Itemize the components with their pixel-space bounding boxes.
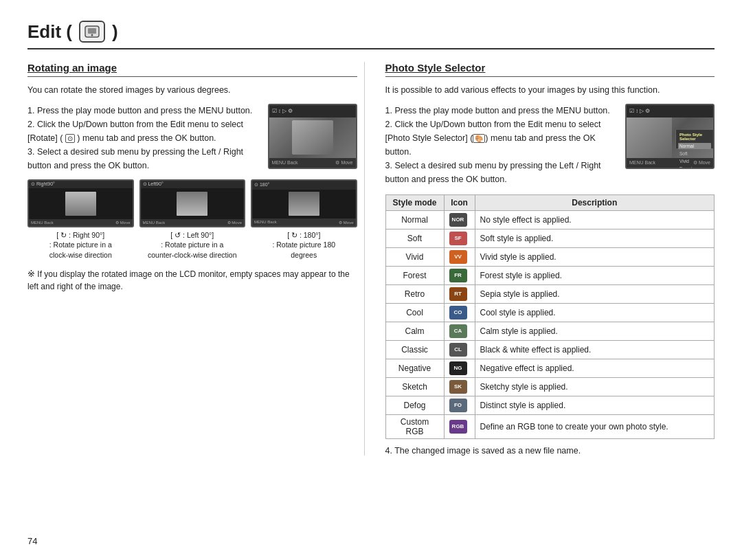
table-row: RetroRTSepia style is applied. <box>385 284 715 303</box>
style-mode-cell: Normal <box>385 210 444 229</box>
title-text: Edit ( <box>27 21 72 43</box>
style-icon-cell: SF <box>444 229 475 247</box>
style-icon-cell: CO <box>444 303 475 322</box>
style-table: Style mode Icon Description NormalNORNo … <box>385 194 715 439</box>
style-desc-cell: Negative effect is applied. <box>475 359 715 377</box>
page-title: Edit ( ) <box>27 21 715 49</box>
style-mode-cell: Custom RGB <box>385 414 444 438</box>
right-main-screenshot: ☑ ↕ ▷ ⚙ Photo Style Selector Normal Soft <box>625 104 715 186</box>
style-icon-cell: RGB <box>444 414 475 438</box>
svg-point-2 <box>91 34 93 36</box>
main-content: Rotating an image You can rotate the sto… <box>27 62 715 456</box>
style-desc-cell: Sketchy style is applied. <box>475 377 715 396</box>
style-mode-cell: Sketch <box>385 377 444 396</box>
style-desc-cell: Forest style is applied. <box>475 266 715 284</box>
style-mode-cell: Forest <box>385 266 444 284</box>
table-row: CoolCOCool style is applied. <box>385 303 715 322</box>
style-desc-cell: Calm style is applied. <box>475 322 715 340</box>
rotate-right-label: [ ↻ : Right 90°]: Rotate picture in aclo… <box>49 230 112 260</box>
style-mode-cell: Soft <box>385 229 444 247</box>
table-row: VividVVVivid style is applied. <box>385 247 715 266</box>
rotate-right-screen: ⊙ Right90° MENU Back⚙ Move <box>27 179 134 227</box>
style-mode-cell: Retro <box>385 284 444 303</box>
style-desc-cell: Black & white effect is applied. <box>475 340 715 359</box>
style-desc-cell: Sepia style is applied. <box>475 284 715 303</box>
table-row: ForestFRForest style is applied. <box>385 266 715 284</box>
style-mode-cell: Classic <box>385 340 444 359</box>
step-3: 3. Select a desired sub menu by pressing… <box>27 145 260 172</box>
table-row: ClassicCLBlack & white effect is applied… <box>385 340 715 359</box>
rotate-images-row: ⊙ Right90° MENU Back⚙ Move [ ↻ : Right 9… <box>27 179 357 260</box>
style-icon-cell: CL <box>444 340 475 359</box>
style-desc-cell: Soft style is applied. <box>475 229 715 247</box>
right-step-1: 1. Press the play mode button and press … <box>385 104 619 117</box>
right-steps-text: 1. Press the play mode button and press … <box>385 104 619 186</box>
style-icon-cell: FO <box>444 396 475 414</box>
style-icon-cell: SK <box>444 377 475 396</box>
table-row: NegativeNGNegative effect is applied. <box>385 359 715 377</box>
style-mode-cell: Defog <box>385 396 444 414</box>
left-section-title: Rotating an image <box>27 62 357 77</box>
left-steps-text: 1. Press the play mode button and press … <box>27 104 260 172</box>
camera-screen-main: ☑ ↕ ▷ ⚙ MENU Back ⚙ Move <box>268 104 357 169</box>
style-icon-cell: RT <box>444 284 475 303</box>
style-desc-cell: Cool style is applied. <box>475 303 715 322</box>
rotate-left-label: [ ↺ : Left 90°]: Rotate picture in acoun… <box>148 230 237 260</box>
style-mode-cell: Negative <box>385 359 444 377</box>
svg-rect-1 <box>88 28 96 34</box>
right-step-3: 3. Select a desired sub menu by pressing… <box>385 159 619 186</box>
left-steps-with-image: 1. Press the play mode button and press … <box>27 104 357 172</box>
table-header-mode: Style mode <box>385 194 444 210</box>
style-mode-cell: Cool <box>385 303 444 322</box>
style-icon-cell: FR <box>444 266 475 284</box>
style-desc-cell: No style effect is applied. <box>475 210 715 229</box>
style-icon-cell: VV <box>444 247 475 266</box>
rotate-180-screen: ⊙ 180° MENU Back⚙ Move <box>251 179 357 227</box>
style-icon-cell: CA <box>444 322 475 340</box>
style-desc-cell: Vivid style is applied. <box>475 247 715 266</box>
style-desc-cell: Define an RGB tone to create your own ph… <box>475 414 715 438</box>
right-intro: It is possible to add various effects to… <box>385 84 715 97</box>
left-intro: You can rotate the stored images by vari… <box>27 84 357 97</box>
rotate-right-wrap: ⊙ Right90° MENU Back⚙ Move [ ↻ : Right 9… <box>27 179 134 260</box>
table-row: DefogFODistinct style is applied. <box>385 396 715 414</box>
table-row: CalmCACalm style is applied. <box>385 322 715 340</box>
right-footer-note: 4. The changed image is saved as a new f… <box>385 446 715 456</box>
table-header-desc: Description <box>475 194 715 210</box>
rotate-left-wrap: ⊙ Left90° MENU Back⚙ Move [ ↺ : Left 90°… <box>139 179 246 260</box>
table-header-icon: Icon <box>444 194 475 210</box>
left-column: Rotating an image You can rotate the sto… <box>27 62 365 456</box>
page-number: 74 <box>27 536 37 546</box>
rotate-note: ※ If you display the rotated image on th… <box>27 267 357 293</box>
table-row: Custom RGBRGBDefine an RGB tone to creat… <box>385 414 715 438</box>
rotate-180-wrap: ⊙ 180° MENU Back⚙ Move [ ↻ : 180°]: Rota… <box>251 179 357 260</box>
table-row: SketchSKSketchy style is applied. <box>385 377 715 396</box>
style-icon-cell: NG <box>444 359 475 377</box>
left-main-screenshot: ☑ ↕ ▷ ⚙ MENU Back ⚙ Move <box>268 104 357 172</box>
style-desc-cell: Distinct style is applied. <box>475 396 715 414</box>
right-section-title: Photo Style Selector <box>385 62 715 77</box>
step-1: 1. Press the play mode button and press … <box>27 104 260 117</box>
style-icon-cell: NOR <box>444 210 475 229</box>
edit-icon <box>79 21 105 43</box>
style-mode-cell: Calm <box>385 322 444 340</box>
right-steps-with-image: 1. Press the play mode button and press … <box>385 104 715 186</box>
step-2: 2. Click the Up/Down button from the Edi… <box>27 117 260 145</box>
table-row: SoftSFSoft style is applied. <box>385 229 715 247</box>
style-mode-cell: Vivid <box>385 247 444 266</box>
table-row: NormalNORNo style effect is applied. <box>385 210 715 229</box>
camera-screen2-main: ☑ ↕ ▷ ⚙ Photo Style Selector Normal Soft <box>625 104 715 169</box>
rotate-180-label: [ ↻ : 180°]: Rotate picture 180degrees <box>272 230 335 260</box>
rotate-left-screen: ⊙ Left90° MENU Back⚙ Move <box>139 179 246 227</box>
right-column: Photo Style Selector It is possible to a… <box>385 62 715 456</box>
right-step-2: 2. Click the Up/Down button from the Edi… <box>385 117 619 159</box>
